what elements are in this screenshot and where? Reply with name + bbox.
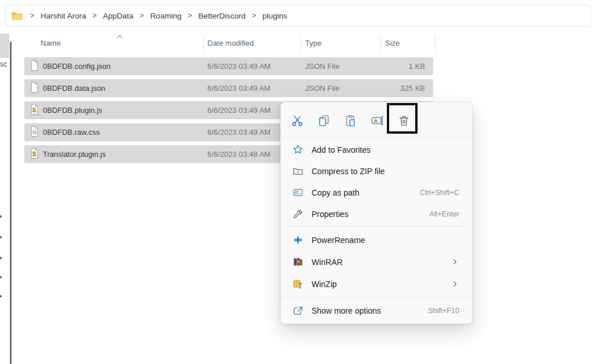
breadcrumb-separator: >: [188, 12, 192, 20]
pane-splitter[interactable]: [10, 42, 12, 364]
tree-collapsed-chevron-icon[interactable]: [0, 214, 3, 219]
breadcrumb-separator: >: [30, 12, 34, 20]
column-divider[interactable]: [435, 35, 435, 51]
menu-separator: [283, 137, 470, 138]
menu-item-show-more-options[interactable]: Show more options Shift+F10: [283, 300, 470, 322]
script-file-icon: S: [30, 148, 39, 159]
file-type: JSON File: [305, 84, 339, 93]
file-name: 0BDFDB.config.json: [43, 62, 111, 71]
chevron-right-icon: [451, 280, 459, 288]
paste-button[interactable]: [339, 109, 361, 131]
column-divider[interactable]: [380, 35, 381, 51]
address-bar[interactable]: > Harshit Arora > AppData > Roaming > Be…: [5, 5, 591, 27]
script-file-icon: S: [30, 104, 39, 115]
shortcut-label: Shift+F10: [428, 307, 459, 315]
file-size: 1 KB: [409, 62, 425, 71]
file-date: 6/6/2023 03:49 AM: [207, 106, 270, 115]
rename-button[interactable]: A: [366, 109, 388, 131]
external-icon: [291, 304, 304, 317]
css-file-icon: [30, 126, 39, 137]
column-divider[interactable]: [203, 35, 204, 51]
breadcrumb-separator: >: [252, 12, 256, 20]
menu-item-copy-as-path[interactable]: Copy as path Ctrl+Shift+C: [283, 182, 470, 203]
sort-ascending-icon: [116, 34, 124, 39]
copy-icon: [317, 114, 331, 127]
column-header-date-modified[interactable]: Date modified: [207, 39, 254, 47]
column-divider[interactable]: [301, 35, 301, 51]
copy-button[interactable]: [313, 109, 335, 131]
tree-collapsed-chevron-icon[interactable]: [0, 255, 3, 261]
delete-icon: [397, 114, 411, 127]
menu-item-compress-to-zip[interactable]: Compress to ZIP file: [283, 160, 470, 182]
file-date: 6/6/2023 03:49 AM: [207, 62, 270, 71]
nav-pane-selected-item-fragment[interactable]: [0, 34, 9, 58]
nav-pane-label-fragment: sc: [0, 60, 7, 68]
column-header-name[interactable]: Name: [41, 39, 61, 47]
shortcut-label: Ctrl+Shift+C: [420, 189, 459, 197]
svg-text:S: S: [32, 107, 36, 113]
powerrename-icon: [291, 234, 304, 247]
folder-icon[interactable]: [11, 11, 23, 20]
menu-separator: [283, 226, 470, 226]
file-name: 0BDFDB.plugin.js: [43, 106, 103, 115]
tree-collapsed-chevron-icon[interactable]: [0, 234, 3, 240]
menu-item-winzip[interactable]: WinZip: [283, 273, 470, 295]
file-icon: [30, 82, 39, 93]
winrar-icon: [291, 256, 304, 269]
delete-button[interactable]: [393, 109, 415, 131]
breadcrumb-item-plugins[interactable]: plugins: [262, 12, 287, 20]
file-date: 6/6/2023 03:49 AM: [207, 128, 270, 137]
column-header-size[interactable]: Size: [385, 39, 400, 47]
file-name: 0BDFDB.data.json: [43, 84, 105, 93]
svg-text:S: S: [32, 151, 36, 157]
column-header-type[interactable]: Type: [305, 39, 321, 47]
file-date: 6/6/2023 03:48 AM: [207, 150, 270, 159]
file-type: JSON File: [305, 62, 339, 71]
menu-item-add-to-favorites[interactable]: Add to Favorites: [283, 139, 470, 160]
menu-separator: [283, 297, 470, 297]
menu-item-winrar[interactable]: WinRAR: [283, 251, 470, 273]
breadcrumb-separator: >: [93, 12, 97, 20]
menu-item-powerrename[interactable]: PowerRename: [283, 229, 470, 251]
file-date: 6/6/2023 03:49 AM: [207, 84, 270, 93]
cut-icon: [291, 114, 304, 127]
svg-text:A: A: [374, 117, 377, 123]
breadcrumb-item-betterdiscord[interactable]: BetterDiscord: [198, 12, 246, 20]
chevron-right-icon: [451, 258, 459, 266]
rename-icon: A: [371, 114, 384, 127]
tree-collapsed-chevron-icon[interactable]: [0, 274, 3, 280]
cut-button[interactable]: [286, 109, 308, 131]
file-icon: [30, 60, 39, 71]
winzip-icon: [291, 278, 304, 291]
wrench-icon: [291, 208, 304, 220]
menu-item-properties[interactable]: Properties Alt+Enter: [283, 203, 470, 225]
file-name: 0BDFDB.raw.css: [43, 128, 100, 137]
breadcrumb-item-roaming[interactable]: Roaming: [150, 12, 181, 20]
file-row[interactable]: 0BDFDB.data.json 6/6/2023 03:49 AM JSON …: [24, 79, 433, 97]
tree-collapsed-chevron-icon[interactable]: [0, 293, 3, 299]
breadcrumb-item-user[interactable]: Harshit Arora: [41, 12, 86, 20]
file-size: 325 KB: [400, 84, 425, 93]
file-row[interactable]: 0BDFDB.config.json 6/6/2023 03:49 AM JSO…: [24, 57, 433, 75]
star-icon: [291, 144, 304, 156]
zip-folder-icon: [291, 165, 304, 178]
breadcrumb-item-appdata[interactable]: AppData: [103, 12, 134, 20]
copy-path-icon: [291, 186, 304, 199]
file-name: Translator.plugin.js: [43, 150, 106, 159]
shortcut-label: Alt+Enter: [429, 210, 459, 218]
paste-icon: [344, 114, 357, 127]
breadcrumb-separator: >: [140, 12, 144, 20]
context-menu: A Add to Favorites Compress to ZIP file …: [280, 102, 473, 324]
